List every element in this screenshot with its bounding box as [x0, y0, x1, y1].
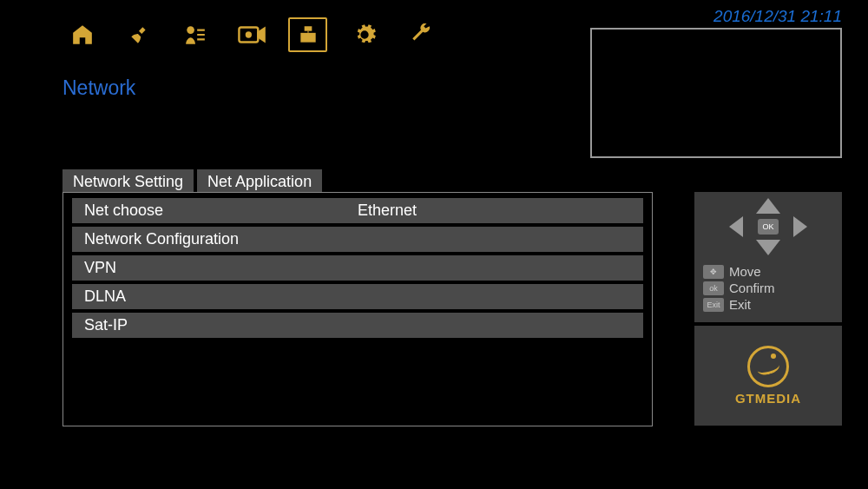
hint-label: Move [729, 264, 761, 279]
option-vpn[interactable]: VPN [72, 255, 643, 281]
satellite-icon[interactable] [119, 17, 158, 52]
option-label: VPN [84, 259, 358, 277]
brand-logo-icon [747, 346, 789, 387]
svg-rect-3 [300, 33, 315, 43]
svg-point-2 [246, 33, 250, 37]
option-network-configuration[interactable]: Network Configuration [72, 227, 643, 252]
option-label: Sat-IP [84, 316, 358, 334]
preview-window [590, 28, 842, 158]
datetime-display: 2016/12/31 21:11 [713, 7, 842, 26]
home-icon[interactable] [62, 17, 102, 52]
arrow-up-icon [756, 198, 780, 214]
exit-key-icon: Exit [703, 298, 724, 312]
brand-logo: GTMEDIA [694, 326, 842, 426]
option-dlna[interactable]: DLNA [72, 284, 643, 309]
top-menu-icons [62, 17, 440, 52]
section-title: Network [62, 76, 135, 100]
tab-net-application[interactable]: Net Application [197, 169, 322, 195]
settings-gear-icon[interactable] [345, 17, 384, 52]
hint-confirm: ok Confirm [703, 281, 833, 295]
confirm-key-icon: ok [703, 281, 724, 295]
tabs-bar: Network Setting Net Application [62, 169, 322, 195]
arrow-right-icon [793, 216, 807, 237]
brand-logo-text: GTMEDIA [735, 391, 801, 406]
option-value: Ethernet [358, 202, 631, 220]
options-panel: Net choose Ethernet Network Configuratio… [62, 192, 653, 426]
move-key-icon: ✥ [703, 265, 724, 279]
dpad-hint: OK ✥ Move ok Confirm Exit Exit [694, 192, 842, 322]
option-label: Network Configuration [84, 230, 358, 248]
svg-rect-4 [304, 26, 312, 30]
side-help-panel: OK ✥ Move ok Confirm Exit Exit GTMEDIA [694, 192, 842, 426]
hint-exit: Exit Exit [703, 297, 833, 312]
tab-network-setting[interactable]: Network Setting [62, 169, 194, 195]
tools-wrench-icon[interactable] [401, 17, 440, 52]
option-label: DLNA [84, 287, 358, 306]
option-sat-ip[interactable]: Sat-IP [72, 313, 643, 338]
hint-label: Confirm [729, 281, 775, 295]
hint-label: Exit [729, 297, 751, 312]
user-list-icon[interactable] [175, 17, 214, 52]
ok-button-icon: OK [758, 219, 779, 235]
network-icon[interactable] [288, 17, 327, 52]
option-net-choose[interactable]: Net choose Ethernet [72, 198, 643, 223]
option-label: Net choose [84, 202, 358, 220]
svg-point-0 [187, 26, 194, 34]
camera-icon[interactable] [232, 17, 271, 52]
arrow-down-icon [756, 240, 780, 255]
arrow-left-icon [729, 216, 743, 237]
hint-move: ✥ Move [703, 264, 833, 279]
